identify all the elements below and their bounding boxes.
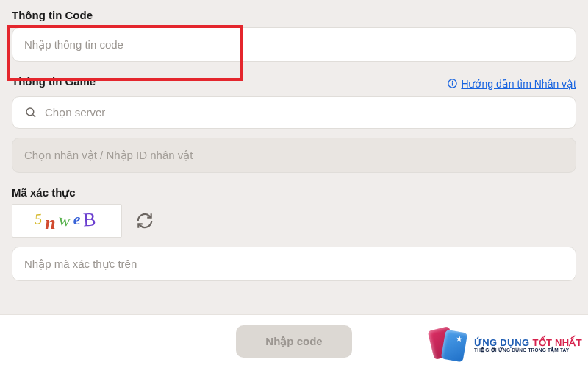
section-label-game: Thông tin Game <box>12 75 96 88</box>
info-icon <box>447 78 458 89</box>
watermark-logo: ỨNG DỤNG TỐT NHẤT THẾ GIỚI ỨNG DỤNG TRON… <box>427 330 582 361</box>
captcha-input[interactable] <box>12 247 576 281</box>
submit-button[interactable]: Nhập code <box>236 325 351 358</box>
svg-point-3 <box>26 108 34 116</box>
server-select[interactable]: Chọn server <box>12 96 576 129</box>
character-select: Chọn nhân vật / Nhập ID nhân vật <box>12 138 576 173</box>
refresh-icon[interactable] <box>135 211 154 230</box>
game-section: Thông tin Game Hướng dẫn tìm Nhân vật Ch… <box>12 75 576 173</box>
svg-point-2 <box>452 81 453 82</box>
watermark-subtitle: THẾ GIỚI ỨNG DỤNG TRONG TẦM TAY <box>474 347 582 353</box>
captcha-image: 5 n w e B <box>12 204 122 238</box>
svg-line-4 <box>33 115 35 117</box>
help-link-text: Hướng dẫn tìm Nhân vật <box>461 78 576 90</box>
watermark-title: ỨNG DỤNG TỐT NHẤT <box>474 337 582 348</box>
watermark-phones-icon <box>427 330 470 361</box>
help-link-find-character[interactable]: Hướng dẫn tìm Nhân vật <box>447 78 576 90</box>
code-input[interactable] <box>12 27 576 62</box>
server-placeholder: Chọn server <box>45 106 105 119</box>
captcha-section: Mã xác thực 5 n w e B <box>12 186 576 281</box>
code-section: Thông tin Code <box>12 10 576 62</box>
search-icon <box>24 106 37 119</box>
section-label-captcha: Mã xác thực <box>12 186 576 199</box>
section-label-code: Thông tin Code <box>12 9 576 21</box>
character-placeholder: Chọn nhân vật / Nhập ID nhân vật <box>24 149 193 161</box>
